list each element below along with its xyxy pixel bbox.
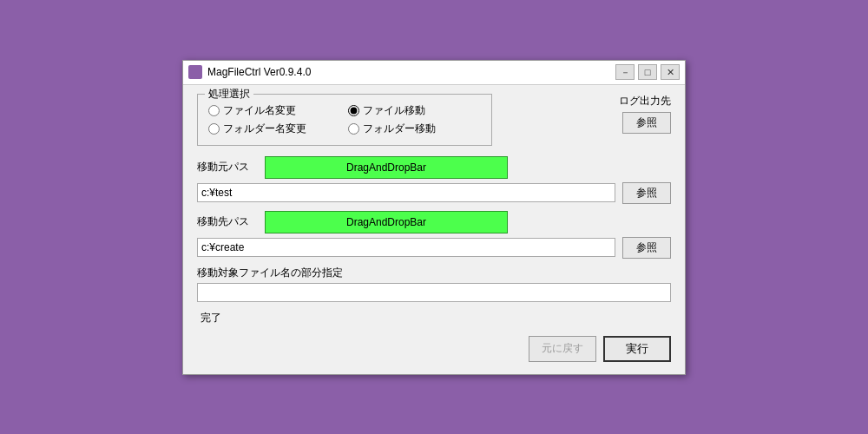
log-browse-button[interactable]: 参照: [622, 112, 671, 134]
radio-rename-file-label: ファイル名変更: [223, 103, 296, 118]
back-button[interactable]: 元に戻す: [529, 336, 596, 362]
radio-move-file[interactable]: ファイル移動: [348, 103, 481, 118]
partial-match-label: 移動対象ファイル名の部分指定: [197, 266, 671, 280]
main-window: MagFileCtrl Ver0.9.4.0 － □ ✕ 処理選択 ファイル名変…: [182, 60, 686, 375]
processing-group: 処理選択 ファイル名変更 ファイル移動 フォルダー名変更: [197, 94, 492, 146]
radio-rename-file[interactable]: ファイル名変更: [208, 103, 341, 118]
radio-move-file-label: ファイル移動: [363, 103, 425, 118]
dest-browse-button[interactable]: 参照: [622, 237, 671, 259]
radio-move-folder-label: フォルダー移動: [363, 122, 436, 136]
app-icon: [188, 65, 202, 79]
source-path-label: 移動元パス: [197, 160, 258, 174]
dest-drop-bar[interactable]: DragAndDropBar: [265, 211, 508, 233]
minimize-button[interactable]: －: [615, 64, 635, 80]
titlebar-buttons: － □ ✕: [615, 64, 680, 80]
radio-move-folder[interactable]: フォルダー移動: [348, 122, 481, 136]
dest-path-input[interactable]: [197, 238, 615, 257]
status-text: 完了: [197, 309, 671, 327]
radio-rename-folder[interactable]: フォルダー名変更: [208, 122, 341, 136]
maximize-button[interactable]: □: [638, 64, 657, 80]
radio-rename-folder-label: フォルダー名変更: [223, 122, 306, 136]
source-browse-button[interactable]: 参照: [622, 182, 671, 204]
titlebar: MagFileCtrl Ver0.9.4.0 － □ ✕: [183, 61, 685, 85]
execute-button[interactable]: 実行: [603, 336, 671, 362]
partial-match-section: 移動対象ファイル名の部分指定: [197, 266, 671, 302]
dest-path-row: 移動先パス DragAndDropBar: [197, 211, 671, 233]
processing-group-legend: 処理選択: [205, 87, 253, 102]
top-row: 処理選択 ファイル名変更 ファイル移動 フォルダー名変更: [197, 94, 671, 146]
source-path-row: 移動元パス DragAndDropBar: [197, 156, 671, 179]
source-drop-bar[interactable]: DragAndDropBar: [265, 156, 508, 179]
partial-match-input[interactable]: [197, 283, 671, 302]
radio-options: ファイル名変更 ファイル移動 フォルダー名変更 フォルダー移動: [208, 103, 481, 136]
dest-input-row: 参照: [197, 237, 671, 259]
source-input-row: 参照: [197, 182, 671, 204]
close-button[interactable]: ✕: [661, 64, 680, 80]
log-label: ログ出力先: [619, 94, 671, 108]
source-path-input[interactable]: [197, 183, 615, 202]
window-title: MagFileCtrl Ver0.9.4.0: [207, 66, 615, 78]
log-section: ログ出力先 参照: [619, 94, 671, 134]
dest-path-label: 移動先パス: [197, 214, 258, 229]
bottom-buttons: 元に戻す 実行: [197, 336, 671, 362]
content-area: 処理選択 ファイル名変更 ファイル移動 フォルダー名変更: [183, 85, 685, 374]
